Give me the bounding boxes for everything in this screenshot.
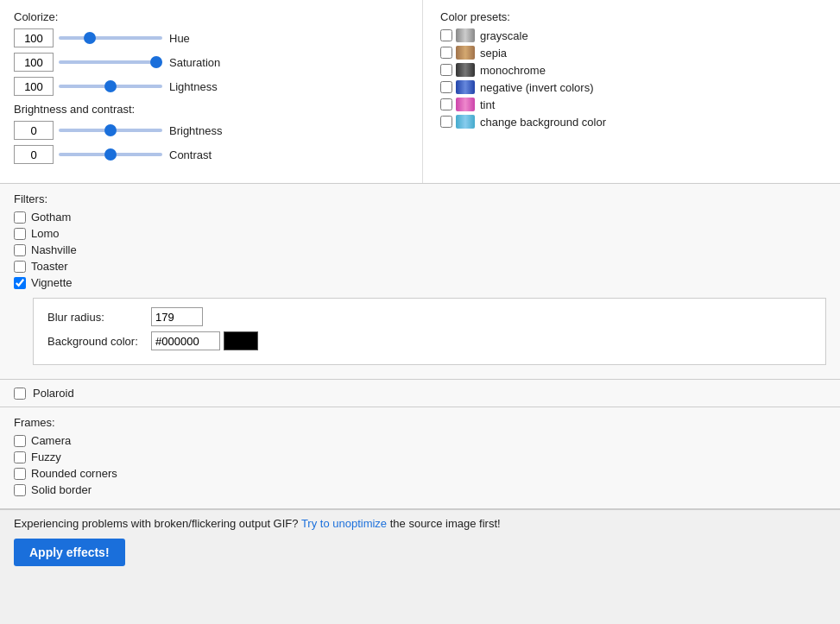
frames-label: Frames: xyxy=(14,416,826,429)
blur-radius-row: Blur radius: xyxy=(47,307,812,326)
contrast-slider[interactable] xyxy=(59,153,162,156)
filter-nashville-checkbox[interactable] xyxy=(14,244,26,256)
contrast-slider-wrapper xyxy=(59,146,162,163)
preset-change-bg-checkbox[interactable] xyxy=(440,116,452,128)
preset-change-bg-icon xyxy=(456,115,475,129)
problem-text: Experiencing problems with broken/flicke… xyxy=(14,517,826,530)
preset-monochrome-checkbox[interactable] xyxy=(440,64,452,76)
preset-sepia-row: sepia xyxy=(440,46,826,60)
brightness-contrast-label: Brightness and contrast: xyxy=(14,103,408,116)
filters-section: Filters: Gotham Lomo Nashville Toaster V… xyxy=(0,184,840,380)
hue-row: Hue xyxy=(14,28,408,47)
bg-color-row: Background color: xyxy=(47,331,812,350)
lightness-slider[interactable] xyxy=(59,85,162,88)
color-presets-label: Color presets: xyxy=(440,10,826,23)
frame-solid-border-item: Solid border xyxy=(14,483,826,496)
frame-solid-border-label: Solid border xyxy=(31,483,92,496)
preset-grayscale-icon xyxy=(456,28,475,42)
hue-slider[interactable] xyxy=(59,36,162,40)
brightness-label: Brightness xyxy=(169,124,222,137)
brightness-row: Brightness xyxy=(14,121,408,140)
preset-grayscale-row: grayscale xyxy=(440,28,826,42)
bg-color-swatch[interactable] xyxy=(224,331,258,350)
problem-text-suffix: the source image first! xyxy=(387,517,501,530)
filter-toaster-item: Toaster xyxy=(14,260,826,273)
polaroid-label: Polaroid xyxy=(33,387,74,400)
preset-monochrome-label: monochrome xyxy=(480,64,546,77)
frame-rounded-corners-item: Rounded corners xyxy=(14,467,826,480)
left-panel: Colorize: Hue Saturation xyxy=(0,0,423,183)
lightness-label: Lightness xyxy=(169,80,218,93)
preset-negative-checkbox[interactable] xyxy=(440,81,452,93)
hue-slider-wrapper xyxy=(59,29,162,47)
preset-sepia-checkbox[interactable] xyxy=(440,47,452,59)
bottom-bar: Experiencing problems with broken/flicke… xyxy=(0,509,840,573)
frame-fuzzy-label: Fuzzy xyxy=(31,451,61,463)
preset-monochrome-row: monochrome xyxy=(440,63,826,77)
preset-sepia-label: sepia xyxy=(480,47,507,60)
filters-label: Filters: xyxy=(14,192,826,205)
saturation-value[interactable] xyxy=(14,53,54,72)
frame-camera-checkbox[interactable] xyxy=(14,435,26,447)
filter-toaster-checkbox[interactable] xyxy=(14,261,26,273)
polaroid-section: Polaroid xyxy=(0,380,840,407)
vignette-subpanel: Blur radius: Background color: xyxy=(33,298,826,365)
preset-monochrome-icon xyxy=(456,63,475,77)
unoptimize-link[interactable]: Try to unoptimize xyxy=(301,517,387,530)
preset-tint-row: tint xyxy=(440,98,826,111)
frame-camera-label: Camera xyxy=(31,434,71,447)
preset-change-bg-label: change background color xyxy=(480,116,606,129)
brightness-section: Brightness and contrast: Brightness Cont… xyxy=(14,103,408,164)
hue-value[interactable] xyxy=(14,28,54,47)
lightness-slider-wrapper xyxy=(59,78,162,95)
brightness-slider[interactable] xyxy=(59,129,162,132)
saturation-slider-wrapper xyxy=(59,54,162,71)
lightness-row: Lightness xyxy=(14,77,408,96)
preset-negative-icon xyxy=(456,80,475,94)
preset-negative-row: negative (invert colors) xyxy=(440,80,826,94)
preset-tint-icon xyxy=(456,98,475,111)
frames-section: Frames: Camera Fuzzy Rounded corners Sol… xyxy=(0,407,840,509)
preset-sepia-icon xyxy=(456,46,475,60)
main-container: Colorize: Hue Saturation xyxy=(0,0,840,624)
frame-rounded-corners-checkbox[interactable] xyxy=(14,468,26,480)
frame-solid-border-checkbox[interactable] xyxy=(14,484,26,496)
frame-fuzzy-checkbox[interactable] xyxy=(14,451,26,463)
right-panel: Color presets: grayscale sepia monochrom… xyxy=(423,0,840,183)
problem-text-prefix: Experiencing problems with broken/flicke… xyxy=(14,517,301,530)
blur-radius-input[interactable] xyxy=(151,307,203,326)
filter-lomo-label: Lomo xyxy=(31,227,60,240)
contrast-label: Contrast xyxy=(169,148,212,161)
filter-nashville-item: Nashville xyxy=(14,243,826,256)
filter-vignette-checkbox[interactable] xyxy=(14,277,26,289)
saturation-label: Saturation xyxy=(169,56,220,69)
contrast-row: Contrast xyxy=(14,145,408,164)
saturation-slider[interactable] xyxy=(59,60,162,64)
preset-grayscale-label: grayscale xyxy=(480,29,528,42)
filter-toaster-label: Toaster xyxy=(31,260,68,273)
contrast-value[interactable] xyxy=(14,145,54,164)
bg-color-label: Background color: xyxy=(47,335,151,348)
top-section: Colorize: Hue Saturation xyxy=(0,0,840,184)
preset-tint-label: tint xyxy=(480,98,495,111)
filter-gotham-checkbox[interactable] xyxy=(14,211,26,224)
colorize-label: Colorize: xyxy=(14,10,408,23)
apply-effects-button[interactable]: Apply effects! xyxy=(14,539,125,566)
hue-label: Hue xyxy=(169,32,190,45)
filter-lomo-checkbox[interactable] xyxy=(14,228,26,240)
saturation-row: Saturation xyxy=(14,53,408,72)
bg-color-input[interactable] xyxy=(151,331,220,350)
brightness-value[interactable] xyxy=(14,121,54,140)
brightness-slider-wrapper xyxy=(59,122,162,139)
preset-tint-checkbox[interactable] xyxy=(440,98,452,110)
filter-gotham-item: Gotham xyxy=(14,211,826,224)
filter-nashville-label: Nashville xyxy=(31,243,77,256)
filter-gotham-label: Gotham xyxy=(31,211,71,224)
preset-grayscale-checkbox[interactable] xyxy=(440,29,452,41)
lightness-value[interactable] xyxy=(14,77,54,96)
filter-vignette-label: Vignette xyxy=(31,276,72,289)
frame-fuzzy-item: Fuzzy xyxy=(14,451,826,463)
polaroid-checkbox[interactable] xyxy=(14,388,26,400)
blur-radius-label: Blur radius: xyxy=(47,311,151,324)
filter-vignette-item: Vignette xyxy=(14,276,826,289)
